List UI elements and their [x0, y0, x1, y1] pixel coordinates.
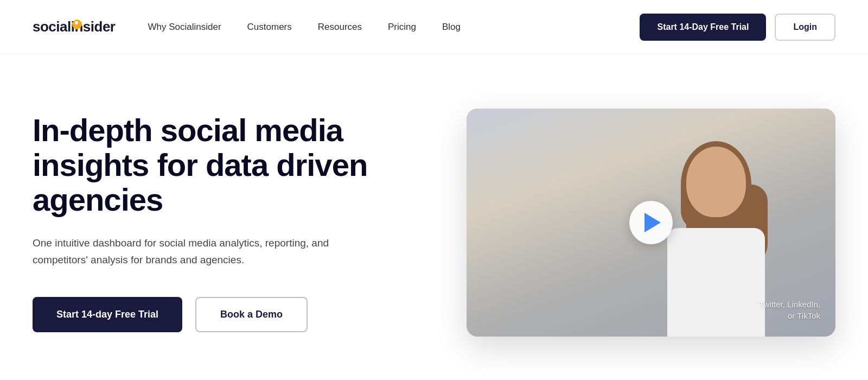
- hero-buttons: Start 14-day Free Trial Book a Demo: [33, 297, 401, 332]
- nav-trial-button[interactable]: Start 14-Day Free Trial: [640, 14, 766, 41]
- play-button[interactable]: [629, 201, 673, 244]
- nav-link-why[interactable]: Why Socialinsider: [148, 22, 221, 33]
- hero-headline: In-depth social media insights for data …: [33, 113, 401, 217]
- logo-part1: social: [33, 18, 71, 35]
- nav-actions: Start 14-Day Free Trial Login: [640, 14, 835, 41]
- logo-text: socialinsider: [33, 18, 115, 35]
- video-caption-line2: or TikTok: [788, 311, 820, 320]
- nav-link-blog[interactable]: Blog: [442, 22, 461, 33]
- nav-link-resources[interactable]: Resources: [318, 22, 362, 33]
- nav-links: Why Socialinsider Customers Resources Pr…: [148, 22, 640, 33]
- logo[interactable]: socialinsider: [33, 18, 115, 35]
- nav-link-customers[interactable]: Customers: [247, 22, 292, 33]
- hero-section: In-depth social media insights for data …: [0, 54, 868, 380]
- nav-login-button[interactable]: Login: [775, 14, 835, 41]
- hero-trial-button[interactable]: Start 14-day Free Trial: [33, 297, 182, 332]
- hero-left: In-depth social media insights for data …: [33, 113, 401, 332]
- video-caption-line1: Twitter, LinkedIn,: [759, 300, 820, 309]
- navbar: socialinsider Why Socialinsider Customer…: [0, 0, 868, 54]
- person-body: [667, 228, 765, 337]
- video-thumbnail[interactable]: Twitter, LinkedIn, or TikTok: [467, 109, 835, 337]
- person-head: [686, 147, 746, 217]
- hero-right: Twitter, LinkedIn, or TikTok: [445, 109, 835, 337]
- hero-subtext: One intuitive dashboard for social media…: [33, 235, 347, 269]
- nav-link-pricing[interactable]: Pricing: [388, 22, 416, 33]
- play-icon: [644, 213, 661, 232]
- hero-demo-button[interactable]: Book a Demo: [195, 297, 308, 332]
- logo-dot-icon: [72, 20, 82, 29]
- video-caption: Twitter, LinkedIn, or TikTok: [759, 299, 820, 321]
